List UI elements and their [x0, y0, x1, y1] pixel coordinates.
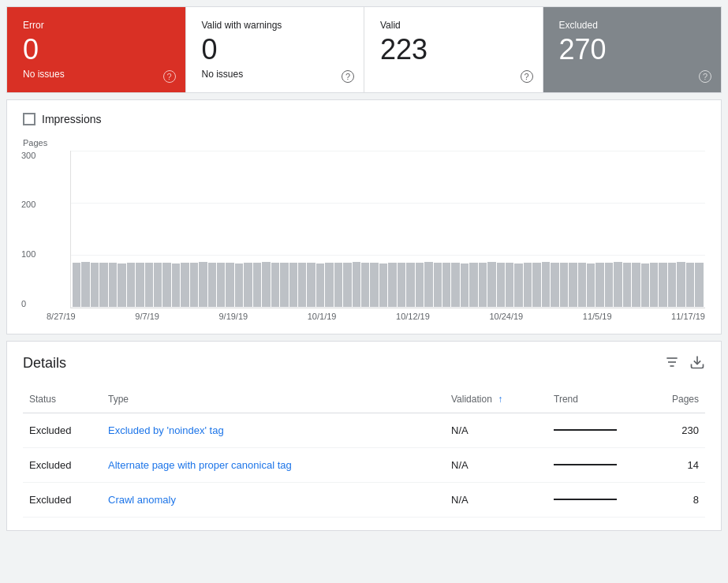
x-label-5: 10/12/19 [396, 312, 430, 321]
chart-bar [325, 263, 333, 307]
details-title: Details [23, 355, 66, 372]
error-card-subtitle: No issues [23, 69, 170, 80]
chart-bar [578, 263, 586, 307]
chart-bar [479, 263, 487, 308]
header-row: Status Type Validation ↑ Trend Pages [23, 386, 705, 413]
error-card-help[interactable]: ? [163, 70, 176, 83]
chart-bars [71, 151, 705, 308]
col-header-validation[interactable]: Validation ↑ [445, 386, 547, 413]
chart-bar [424, 262, 432, 308]
chart-bar [514, 263, 522, 308]
chart-bar [298, 263, 306, 307]
chart-bar [271, 263, 279, 308]
cell-pages: 8 [658, 482, 705, 517]
chart-bar [370, 263, 378, 307]
impressions-label-text: Impressions [42, 113, 101, 125]
chart-bar [461, 263, 469, 308]
main-container: Error 0 No issues ? Valid with warnings … [0, 0, 728, 537]
chart-bar [695, 263, 703, 307]
chart-bar [145, 263, 153, 307]
details-table: Status Type Validation ↑ Trend Pages Exc… [23, 386, 705, 518]
chart-bar [524, 263, 532, 308]
chart-bar [641, 263, 649, 308]
impressions-toggle[interactable]: Impressions [23, 113, 705, 125]
chart-bar [532, 263, 540, 307]
cell-trend [547, 413, 658, 447]
y-axis-labels: 300 200 100 0 [21, 151, 35, 308]
chart-bar [551, 263, 558, 308]
trend-line [554, 464, 617, 465]
chart-bar [434, 263, 442, 307]
chart-bar [208, 263, 216, 307]
valid-card-help[interactable]: ? [521, 70, 533, 83]
chart-bar [569, 263, 577, 308]
filter-icon[interactable] [664, 354, 680, 373]
chart-bar [316, 263, 324, 308]
chart-bar [614, 262, 622, 308]
chart-bar [226, 263, 233, 307]
chart-bar [587, 263, 595, 308]
col-header-type: Type [102, 386, 445, 413]
cell-type[interactable]: Alternate page with proper canonical tag [102, 447, 445, 482]
chart-bar [181, 263, 189, 307]
chart-bar [451, 263, 459, 307]
table-row: ExcludedAlternate page with proper canon… [23, 447, 705, 482]
details-header: Details [23, 354, 705, 373]
chart-bar [668, 263, 676, 307]
cell-type[interactable]: Crawl anomaly [102, 482, 445, 517]
chart-bar [172, 263, 180, 308]
valid-card: Valid 223 ? [364, 7, 543, 92]
excluded-card-help[interactable]: ? [699, 70, 711, 83]
chart-bar [353, 262, 360, 308]
valid-warnings-card-help[interactable]: ? [342, 70, 354, 83]
chart-bar [406, 263, 414, 307]
chart-bar [190, 263, 198, 308]
chart-bar [73, 263, 80, 307]
col-header-pages: Pages [658, 386, 705, 413]
chart-bar [235, 263, 243, 308]
cell-validation: N/A [445, 447, 547, 482]
cell-status: Excluded [23, 482, 102, 517]
cell-validation: N/A [445, 413, 547, 447]
excluded-card-number: 270 [559, 34, 706, 65]
error-card-number: 0 [23, 34, 170, 65]
cell-trend [547, 482, 658, 517]
chart-bar [280, 263, 288, 307]
chart-bar [217, 263, 225, 308]
cell-status: Excluded [23, 413, 102, 447]
chart-bar [99, 263, 107, 307]
table-row: ExcludedExcluded by 'noindex' tagN/A230 [23, 413, 705, 447]
chart-bar [469, 263, 477, 307]
chart-bar [343, 263, 351, 307]
chart-bar [623, 263, 631, 308]
chart-bar [289, 263, 297, 308]
chart-bar [605, 263, 613, 308]
chart-bar [487, 262, 495, 308]
chart-bar [632, 263, 640, 307]
chart-area [70, 151, 705, 308]
download-icon[interactable] [689, 354, 705, 373]
valid-warnings-card-number: 0 [202, 34, 349, 65]
valid-warnings-card-subtitle: No issues [202, 69, 349, 80]
chart-bar [686, 263, 694, 308]
chart-bar [253, 263, 261, 308]
chart-bar [262, 262, 270, 308]
status-cards: Error 0 No issues ? Valid with warnings … [6, 6, 722, 93]
details-section: Details [6, 341, 722, 531]
chart-section: Impressions Pages 300 200 100 0 [6, 99, 722, 334]
cell-trend [547, 447, 658, 482]
x-label-2: 9/7/19 [135, 312, 159, 321]
impressions-checkbox[interactable] [23, 113, 35, 125]
chart-bar [650, 263, 658, 307]
x-label-8: 11/17/19 [671, 312, 705, 321]
x-label-3: 9/19/19 [218, 312, 248, 321]
chart-bar [497, 263, 505, 308]
sort-arrow-icon: ↑ [498, 394, 502, 405]
chart-bar [542, 262, 550, 308]
chart-bar [442, 263, 450, 308]
excluded-card-title: Excluded [559, 20, 706, 31]
chart-bar [560, 263, 568, 307]
cell-type[interactable]: Excluded by 'noindex' tag [102, 413, 445, 447]
chart-bar [199, 262, 207, 308]
chart-bar [118, 263, 125, 308]
